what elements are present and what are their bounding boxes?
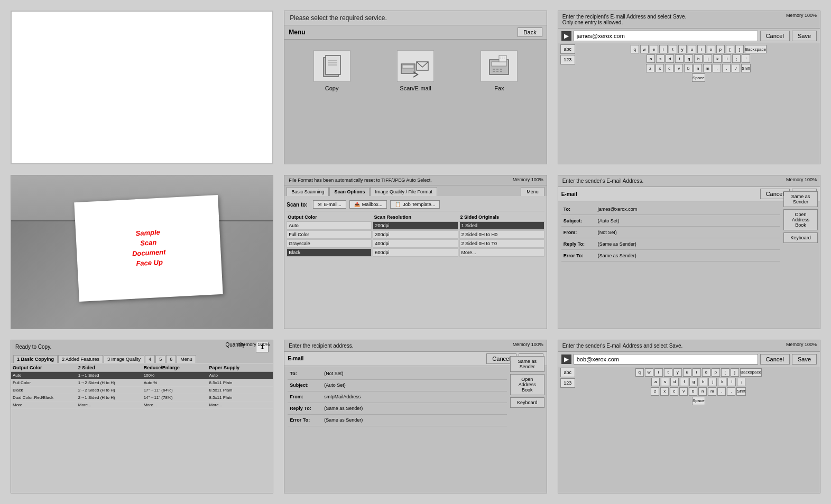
two-sided-2to2[interactable]: 2→2 Sided (H to H) bbox=[77, 387, 142, 394]
key-t[interactable]: t bbox=[669, 45, 677, 53]
backspace-key[interactable]: Backspace bbox=[745, 45, 767, 53]
key-m[interactable]: m bbox=[708, 387, 716, 396]
key-e[interactable]: e bbox=[650, 45, 658, 53]
key-o[interactable]: o bbox=[702, 368, 710, 377]
key-semicolon[interactable]: ; bbox=[737, 378, 745, 386]
color-auto[interactable]: Auto bbox=[287, 221, 372, 230]
two-sided-more[interactable]: More... bbox=[77, 402, 142, 409]
res-600[interactable]: 600dpi bbox=[373, 248, 458, 257]
tab-image-quality[interactable]: Image Quality / File Format bbox=[370, 187, 437, 196]
cancel-button[interactable]: Cancel bbox=[760, 354, 790, 365]
sided-more[interactable]: More... bbox=[459, 248, 544, 257]
save-button[interactable]: Save bbox=[792, 31, 817, 41]
key-r[interactable]: r bbox=[654, 368, 663, 377]
two-sided-2to1[interactable]: 2→1 Sided (H to H) bbox=[77, 394, 142, 402]
key-g[interactable]: g bbox=[685, 54, 693, 63]
tab-image-quality[interactable]: 3 Image Quality bbox=[104, 355, 144, 363]
paper-8511-3[interactable]: 8.5x11 Plain bbox=[207, 394, 273, 402]
key-d[interactable]: d bbox=[666, 54, 674, 63]
tab-basic-scanning[interactable]: Basic Scanning bbox=[287, 187, 329, 196]
shift-key[interactable]: Shift bbox=[741, 64, 751, 72]
service-copy[interactable]: Copy bbox=[313, 50, 350, 91]
mode-abc-button[interactable]: abc bbox=[560, 368, 575, 377]
reduce-auto[interactable]: Auto % bbox=[142, 379, 208, 387]
key-z[interactable]: z bbox=[646, 64, 654, 72]
key-f[interactable]: f bbox=[675, 54, 684, 63]
reduce-78[interactable]: 14"→11" (78%) bbox=[142, 394, 208, 402]
mode-123-button[interactable]: 123 bbox=[560, 378, 575, 388]
key-period[interactable]: . bbox=[722, 64, 731, 72]
key-q[interactable]: q bbox=[631, 45, 639, 53]
email-input[interactable] bbox=[574, 31, 758, 41]
save-button[interactable]: Save bbox=[792, 354, 817, 365]
key-bracket-l[interactable]: [ bbox=[726, 45, 734, 53]
key-slash[interactable]: / bbox=[732, 64, 740, 72]
key-j[interactable]: j bbox=[708, 378, 717, 386]
res-400[interactable]: 400dpi bbox=[373, 239, 458, 248]
two-sided-1to2[interactable]: 1→2 Sided (H to H) bbox=[77, 379, 142, 387]
key-k[interactable]: k bbox=[713, 54, 722, 63]
two-sided-1to1[interactable]: 1→1 Sided bbox=[77, 372, 142, 379]
key-o[interactable]: o bbox=[707, 45, 715, 53]
paper-8511-1[interactable]: 8.5x11 Plain bbox=[207, 379, 273, 387]
key-bracket-r[interactable]: ] bbox=[731, 368, 739, 377]
sided-2ht[interactable]: 2 Sided 0H to T0 bbox=[459, 239, 544, 248]
color-grayscale[interactable]: Grayscale bbox=[287, 239, 372, 248]
key-h[interactable]: h bbox=[694, 54, 703, 63]
key-comma[interactable]: , bbox=[713, 64, 721, 72]
tab-menu[interactable]: Menu bbox=[521, 187, 544, 196]
tab-4[interactable]: 4 bbox=[145, 355, 155, 363]
key-r[interactable]: r bbox=[659, 45, 668, 53]
key-c[interactable]: c bbox=[670, 387, 678, 396]
paper-auto[interactable]: Auto bbox=[207, 372, 273, 379]
tab-5[interactable]: 5 bbox=[155, 355, 165, 363]
key-v[interactable]: v bbox=[679, 387, 688, 396]
key-w[interactable]: w bbox=[645, 368, 653, 377]
key-q[interactable]: q bbox=[635, 368, 644, 377]
key-comma[interactable]: , bbox=[717, 387, 726, 396]
key-z[interactable]: z bbox=[651, 387, 659, 396]
paper-8511-2[interactable]: 8.5x11 Plain bbox=[207, 387, 273, 394]
paper-more[interactable]: More... bbox=[207, 402, 273, 409]
space-key[interactable]: Space bbox=[692, 397, 705, 405]
res-200[interactable]: 200dpi bbox=[373, 221, 458, 230]
backspace-key[interactable]: Backspace bbox=[740, 368, 762, 377]
color-black[interactable]: Black bbox=[287, 248, 372, 257]
color-full[interactable]: Full Color bbox=[287, 230, 372, 239]
sided-2hh[interactable]: 2 Sided 0H to H0 bbox=[459, 230, 544, 239]
key-y[interactable]: y bbox=[673, 368, 682, 377]
key-f[interactable]: f bbox=[680, 378, 688, 386]
tab-menu[interactable]: Menu bbox=[177, 355, 196, 363]
key-semicolon[interactable]: ; bbox=[732, 54, 741, 63]
dest-job-template-button[interactable]: 📋 Job Template... bbox=[390, 200, 440, 209]
output-black[interactable]: Black bbox=[11, 387, 77, 394]
dest-mailbox-button[interactable]: 📥 Mailbox... bbox=[349, 200, 387, 209]
key-t[interactable]: t bbox=[664, 368, 672, 377]
open-address-book-button[interactable]: Open Address Book bbox=[783, 209, 818, 230]
key-c[interactable]: c bbox=[665, 64, 673, 72]
res-300[interactable]: 300dpi bbox=[373, 230, 458, 239]
output-more[interactable]: More... bbox=[11, 402, 77, 409]
key-quote[interactable]: ' bbox=[742, 54, 750, 63]
reduce-100[interactable]: 100% bbox=[142, 372, 208, 379]
reduce-more[interactable]: More... bbox=[142, 402, 208, 409]
tab-scan-options[interactable]: Scan Options bbox=[329, 187, 370, 196]
output-dual-color[interactable]: Dual Color-Red/Black bbox=[11, 394, 77, 402]
key-v[interactable]: v bbox=[675, 64, 683, 72]
same-as-sender-button[interactable]: Same as Sender bbox=[783, 191, 818, 207]
key-p[interactable]: p bbox=[712, 368, 720, 377]
key-y[interactable]: y bbox=[678, 45, 687, 53]
space-key[interactable]: Space bbox=[692, 73, 705, 82]
mode-abc-button[interactable]: abc bbox=[560, 44, 575, 54]
shift-key[interactable]: Shift bbox=[736, 387, 746, 396]
key-n[interactable]: n bbox=[694, 64, 702, 72]
back-button[interactable]: Back bbox=[518, 27, 542, 37]
email-tab[interactable]: E-mail bbox=[561, 191, 577, 197]
output-full-color[interactable]: Full Color bbox=[11, 379, 77, 387]
key-k[interactable]: k bbox=[718, 378, 726, 386]
key-x[interactable]: x bbox=[660, 387, 669, 396]
same-as-sender-button[interactable]: Same as Sender bbox=[510, 356, 544, 372]
key-u[interactable]: u bbox=[688, 45, 696, 53]
key-p[interactable]: p bbox=[716, 45, 725, 53]
key-d[interactable]: d bbox=[670, 378, 679, 386]
